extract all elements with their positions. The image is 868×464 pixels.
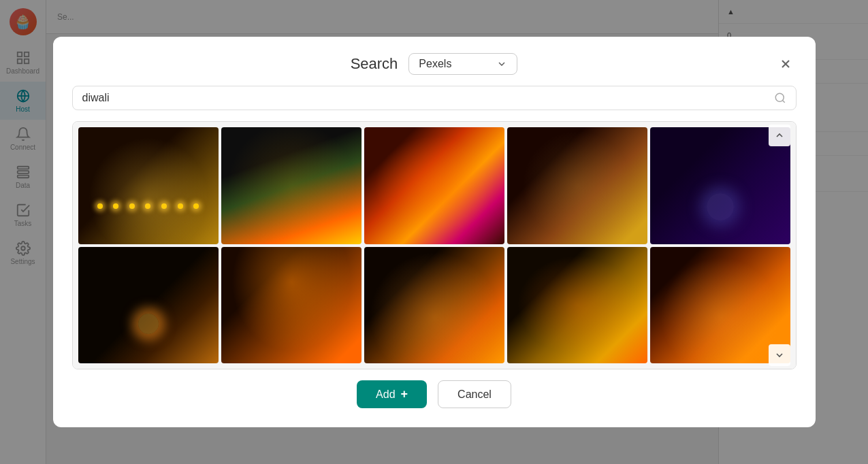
close-icon — [779, 57, 792, 71]
search-bar: diwali — [72, 86, 797, 110]
chevron-down-icon-2 — [774, 350, 785, 361]
image-item-7[interactable] — [221, 247, 361, 364]
source-select[interactable]: Pexels — [408, 53, 517, 75]
add-button-label: Add — [376, 388, 395, 401]
image-grid-container — [72, 121, 797, 369]
add-button[interactable]: Add + — [357, 380, 427, 408]
modal-title: Search — [351, 55, 398, 73]
chevron-down-icon — [496, 59, 507, 69]
cancel-button-label: Cancel — [457, 388, 492, 400]
cancel-button[interactable]: Cancel — [438, 380, 511, 408]
svg-point-12 — [775, 93, 784, 101]
search-modal: Search Pexels diwali — [53, 37, 816, 427]
modal-header: Search Pexels — [72, 53, 797, 75]
image-item-8[interactable] — [364, 247, 504, 364]
source-select-label: Pexels — [419, 58, 451, 70]
modal-footer: Add + Cancel — [72, 380, 797, 408]
image-item-4[interactable] — [507, 127, 647, 244]
image-item-1[interactable] — [78, 127, 219, 244]
search-input[interactable]: diwali — [82, 92, 767, 104]
image-item-9[interactable] — [507, 247, 647, 364]
image-grid — [73, 122, 796, 369]
modal-overlay: Search Pexels diwali — [0, 0, 868, 464]
scroll-down-button[interactable] — [769, 344, 790, 366]
close-button[interactable] — [775, 53, 797, 75]
image-item-6[interactable] — [78, 247, 219, 364]
svg-line-13 — [782, 100, 784, 102]
search-icon — [774, 92, 786, 104]
scroll-up-button[interactable] — [769, 125, 790, 146]
image-item-3[interactable] — [364, 127, 504, 244]
chevron-up-icon — [774, 130, 785, 141]
plus-icon: + — [401, 387, 408, 401]
image-item-2[interactable] — [221, 127, 361, 244]
